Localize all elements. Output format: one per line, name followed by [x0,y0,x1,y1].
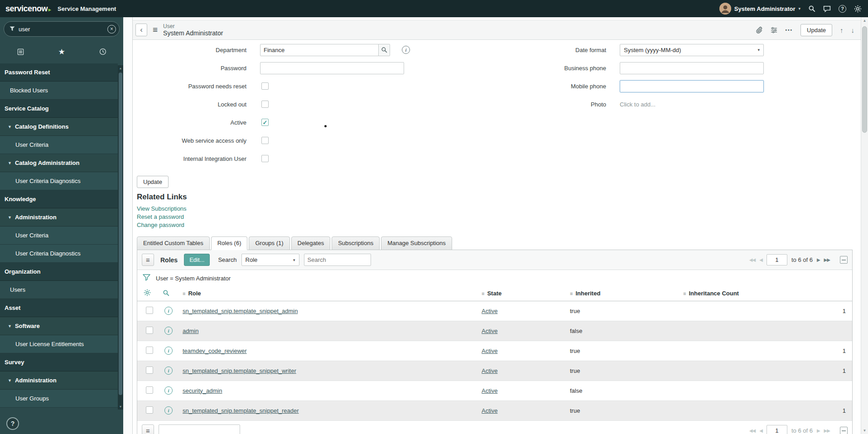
locked-out-checkbox[interactable] [261,101,269,108]
personalize-form-sliders-icon[interactable] [770,27,778,34]
sidebar-item-user-criteria[interactable]: User Criteria [0,136,118,154]
global-search-icon[interactable] [808,5,815,12]
state-link[interactable]: Active [482,328,497,334]
scroll-down-icon[interactable]: ▼ [861,429,868,433]
sidebar-item-blocked-users[interactable]: Blocked Users [0,82,118,100]
search-column-select[interactable]: Role ▾ [241,254,299,266]
mobile-phone-input[interactable] [620,80,764,92]
record-preview-info-icon[interactable]: i [164,366,173,375]
reset-a-password-link[interactable]: Reset a password [137,213,184,221]
first-page-icon[interactable]: ◀◀ [749,257,755,262]
servicenow-logo[interactable]: servicenow ▸ [5,4,51,14]
sidebar-item-service-catalog[interactable]: Service Catalog [0,100,118,118]
sidebar-item-catalog-administration[interactable]: ▼Catalog Administration [0,154,118,172]
scroll-down-icon[interactable]: ▼ [118,405,123,408]
role-link[interactable]: admin [183,328,198,334]
navigator-search[interactable]: × [4,21,120,37]
sidebar-item-knowledge[interactable]: Knowledge [0,190,118,208]
change-password-link[interactable]: Change password [137,221,184,229]
chat-icon[interactable] [823,5,831,13]
filter-breadcrumb[interactable]: User = System Administrator [156,275,231,282]
view-subscriptions-link[interactable]: View Subscriptions [137,205,187,213]
tab-subscriptions[interactable]: Subscriptions [332,236,380,250]
web-service-access-only-checkbox[interactable] [261,137,269,144]
main-scrollbar[interactable]: ▲ ▼ [861,17,868,434]
row-checkbox[interactable] [146,307,153,314]
sidebar-item-user-criteria-diagnostics[interactable]: User Criteria Diagnostics [0,172,118,190]
attachment-paperclip-icon[interactable] [755,26,762,34]
column-header-inheritance-count[interactable]: ≡Inheritance Count [683,286,852,301]
list-context-menu-icon[interactable]: ≡ [142,424,154,434]
reference-info-icon[interactable]: i [402,46,410,54]
collapse-list-icon[interactable] [840,427,848,434]
sidebar-item-user-license-entitlements[interactable]: User License Entitlements [0,335,118,353]
filter-funnel-icon[interactable] [143,274,150,282]
header-update-button[interactable]: Update [800,24,832,36]
last-page-icon[interactable]: ▶▶ [824,257,830,262]
sidebar-item-users[interactable]: Users [0,281,118,299]
column-header-role[interactable]: ≡Role [183,286,482,301]
row-checkbox[interactable] [146,347,153,354]
clear-search-icon[interactable]: × [107,25,116,34]
password-needs-reset-checkbox[interactable] [261,82,269,90]
last-page-icon[interactable]: ▶▶ [824,428,830,433]
sidebar-item-user-criteria-diagnostics[interactable]: User Criteria Diagnostics [0,245,118,263]
list-context-menu-icon[interactable]: ≡ [142,254,154,266]
row-checkbox[interactable] [146,366,153,374]
gear-icon[interactable] [854,5,862,13]
update-button[interactable]: Update [137,176,169,188]
list-search-input[interactable] [304,254,371,266]
sidebar-item-administration-2[interactable]: ▼Administration [0,371,118,390]
previous-record-icon[interactable]: ↑ [840,26,844,34]
department-input[interactable] [260,44,379,56]
all-applications-icon[interactable] [0,48,41,55]
internal-integration-user-checkbox[interactable] [261,155,269,162]
state-link[interactable]: Active [482,347,497,354]
record-preview-info-icon[interactable]: i [164,307,173,315]
password-input[interactable] [260,62,404,74]
column-header-inherited[interactable]: ≡Inherited [570,286,683,301]
tab-manage-subscriptions[interactable]: Manage Subscriptions [381,236,452,250]
date-format-select[interactable]: System (yyyy-MM-dd) ▾ [620,44,764,56]
sidebar-scrollbar[interactable]: ▲ ▼ [118,65,123,410]
help-icon[interactable]: ? [839,5,846,13]
edit-button[interactable]: Edit... [184,254,210,266]
first-page-icon[interactable]: ◀◀ [749,428,755,433]
column-search-icon[interactable] [163,289,169,296]
page-number-input[interactable] [767,425,787,434]
sidebar-scrollbar-thumb[interactable] [119,72,122,395]
back-button[interactable]: ‹ [135,24,147,36]
previous-page-icon[interactable]: ◀ [759,428,762,433]
sidebar-item-software[interactable]: ▼Software [0,317,118,335]
actions-select[interactable] [159,424,240,434]
tab-delegates[interactable]: Delegates [291,236,331,250]
photo-add-link[interactable]: Click to add... [620,101,656,108]
state-link[interactable]: Active [482,387,497,394]
sidebar-item-user-criteria[interactable]: User Criteria [0,227,118,245]
business-phone-input[interactable] [620,62,764,74]
state-link[interactable]: Active [482,308,497,314]
sidebar-item-catalog-definitions[interactable]: ▼Catalog Definitions [0,118,118,136]
state-link[interactable]: Active [482,367,497,374]
next-page-icon[interactable]: ▶ [817,257,820,262]
role-link[interactable]: security_admin [183,387,222,394]
scroll-up-icon[interactable]: ▲ [861,19,868,23]
row-checkbox[interactable] [146,386,153,394]
role-link[interactable]: sn_templated_snip.template_snippet_write… [183,367,296,374]
sidebar-item-survey[interactable]: Survey [0,353,118,371]
tab-entitled-custom-tables[interactable]: Entitled Custom Tables [137,236,210,250]
sidebar-item-administration[interactable]: ▼Administration [0,208,118,227]
favorites-star-icon[interactable]: ★ [41,47,82,57]
record-preview-info-icon[interactable]: i [164,406,173,415]
reference-lookup-icon[interactable] [378,44,390,56]
active-checkbox[interactable] [261,119,269,126]
navigator-search-input[interactable] [19,26,104,33]
record-preview-info-icon[interactable]: i [164,327,173,335]
tab-groups[interactable]: Groups (1) [249,236,289,250]
history-clock-icon[interactable] [82,48,123,55]
column-header-state[interactable]: ≡State [482,286,570,301]
sidebar-item-password-reset[interactable]: Password Reset [0,63,118,82]
column-settings-gear-icon[interactable] [144,289,151,296]
collapse-list-icon[interactable] [840,256,848,264]
help-button[interactable]: ? [6,417,19,430]
